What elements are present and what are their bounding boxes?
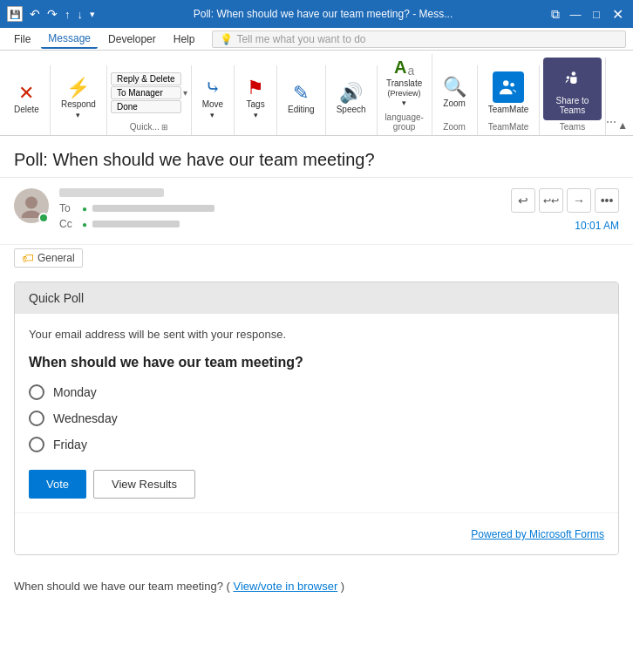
restore-icon[interactable]: ⧉ bbox=[551, 7, 560, 22]
online-badge bbox=[38, 213, 49, 223]
vote-button[interactable]: Vote bbox=[29, 470, 86, 499]
radio-wednesday[interactable] bbox=[29, 411, 44, 426]
down-icon[interactable]: ↓ bbox=[78, 8, 84, 21]
forward-button[interactable]: → bbox=[567, 188, 591, 213]
forward-icon: → bbox=[573, 193, 585, 207]
delete-label: Delete bbox=[14, 105, 39, 114]
email-tag-row: 🏷 General bbox=[0, 245, 633, 275]
quick-step-1[interactable]: Reply & Delete bbox=[111, 72, 181, 85]
save-icon[interactable]: 💾 bbox=[7, 6, 23, 22]
poll-option-friday[interactable]: Friday bbox=[29, 437, 604, 452]
move-dropdown[interactable]: ▾ bbox=[210, 111, 214, 119]
ms-forms-link[interactable]: Powered by Microsoft Forms bbox=[471, 528, 604, 540]
ribbon-group-zoom: 🔍 Zoom Zoom bbox=[432, 65, 478, 135]
ribbon-group-delete-items: ✕ Delete bbox=[7, 65, 46, 132]
move-button[interactable]: ⤷ Move ▾ bbox=[195, 75, 230, 123]
teammate-label: TeamMate bbox=[488, 105, 529, 114]
quick-steps-label: Quick... ⊞ bbox=[111, 120, 187, 132]
minimize-button[interactable]: — bbox=[567, 5, 584, 23]
titlebar: 💾 ↶ ↷ ↑ ↓ ▾ Poll: When should we have ou… bbox=[0, 0, 633, 28]
email-time: 10:01 AM bbox=[575, 220, 619, 232]
quick-step-3[interactable]: Done bbox=[111, 100, 181, 113]
poll-option-monday[interactable]: Monday bbox=[29, 384, 604, 400]
up-icon[interactable]: ↑ bbox=[65, 8, 71, 21]
ribbon-group-editing: ✎ Editing bbox=[277, 65, 326, 135]
ribbon-group-tags-items: ⚑ Tags ▾ bbox=[238, 65, 273, 132]
titlebar-controls: ⧉ — □ ✕ bbox=[551, 5, 626, 23]
tag-icon: 🏷 bbox=[22, 251, 34, 265]
close-button[interactable]: ✕ bbox=[609, 5, 626, 23]
menu-developer[interactable]: Developer bbox=[101, 31, 163, 48]
poll-card: Quick Poll Your email address will be se… bbox=[14, 282, 619, 555]
ribbon-group-respond: ⚡ Respond ▾ bbox=[51, 65, 107, 135]
ribbon-group-delete: ✕ Delete bbox=[3, 65, 51, 135]
quick-steps-list: Reply & Delete To Manager Done bbox=[111, 72, 181, 113]
speech-button[interactable]: 🔊 Speech bbox=[330, 80, 373, 118]
undo-icon[interactable]: ↶ bbox=[30, 7, 40, 21]
editing-label: Editing bbox=[288, 105, 315, 114]
svg-point-3 bbox=[25, 197, 37, 209]
option-wednesday-label: Wednesday bbox=[53, 411, 118, 425]
svg-point-1 bbox=[510, 83, 514, 87]
zoom-icon: 🔍 bbox=[443, 78, 466, 97]
editing-button[interactable]: ✎ Editing bbox=[281, 80, 322, 118]
teammate-button[interactable]: TeamMate bbox=[481, 68, 536, 118]
ribbon-overflow[interactable]: ⋯ bbox=[606, 116, 616, 135]
teams-group-label: Teams bbox=[543, 120, 601, 132]
redo-icon[interactable]: ↷ bbox=[47, 7, 58, 21]
translate-small-a: a bbox=[407, 64, 414, 78]
quick-steps-more[interactable]: ▾ bbox=[183, 88, 187, 98]
teammate-group-label: TeamMate bbox=[481, 120, 536, 132]
poll-option-wednesday[interactable]: Wednesday bbox=[29, 411, 604, 426]
general-tag[interactable]: 🏷 General bbox=[14, 248, 83, 268]
translate-button[interactable]: A a Translate(Preview) ▾ bbox=[383, 54, 425, 111]
view-in-browser-link[interactable]: View/vote in browser bbox=[234, 580, 338, 593]
teams-label: Share to Teams bbox=[550, 96, 594, 115]
email-header: To ● Cc ● ↩ ↩↩ bbox=[0, 178, 633, 245]
menu-file[interactable]: File bbox=[7, 31, 37, 48]
menu-help[interactable]: Help bbox=[167, 31, 202, 48]
ribbon-collapse[interactable]: ▲ bbox=[616, 119, 630, 135]
quick-steps-expand[interactable]: ⊞ bbox=[161, 123, 168, 132]
collapse-icon: ▲ bbox=[617, 119, 628, 132]
ribbon-group-quicksteps-items: Reply & Delete To Manager Done ▾ bbox=[111, 65, 187, 120]
zoom-label: Zoom bbox=[443, 98, 466, 108]
reply-all-button[interactable]: ↩↩ bbox=[539, 188, 563, 213]
tags-dropdown[interactable]: ▾ bbox=[254, 111, 258, 119]
teams-icon bbox=[556, 63, 588, 94]
cc-row: Cc ● bbox=[59, 218, 500, 230]
maximize-button[interactable]: □ bbox=[588, 5, 605, 23]
tags-button[interactable]: ⚑ Tags ▾ bbox=[238, 75, 273, 123]
share-to-teams-button[interactable]: Share to Teams bbox=[543, 58, 601, 120]
cc-bar bbox=[92, 221, 180, 227]
poll-body: Your email address will be sent with you… bbox=[15, 314, 618, 512]
quick-step-2[interactable]: To Manager bbox=[111, 86, 181, 99]
poll-header: Quick Poll bbox=[15, 282, 618, 314]
zoom-button[interactable]: 🔍 Zoom bbox=[436, 74, 473, 112]
menu-message[interactable]: Message bbox=[41, 30, 98, 49]
reply-button[interactable]: ↩ bbox=[511, 188, 535, 213]
cc-dot: ● bbox=[82, 220, 87, 229]
to-bar bbox=[92, 205, 214, 212]
tag-label: General bbox=[37, 252, 75, 264]
avatar bbox=[14, 188, 49, 223]
translate-dropdown[interactable]: ▾ bbox=[402, 98, 406, 107]
search-box[interactable]: 💡 Tell me what you want to do bbox=[212, 31, 626, 48]
window-title: Poll: When should we have our team meeti… bbox=[95, 8, 551, 20]
footer-paren-open: ( bbox=[227, 580, 230, 593]
respond-dropdown[interactable]: ▾ bbox=[76, 111, 80, 119]
teammate-icon bbox=[493, 71, 524, 103]
delete-button[interactable]: ✕ Delete bbox=[7, 78, 46, 119]
ribbon: ✕ Delete ⚡ Respond ▾ bbox=[0, 51, 633, 136]
email-actions-container: ↩ ↩↩ → ••• 10:01 AM bbox=[511, 188, 619, 232]
ribbon-group-language-items: A a Translate(Preview) ▾ bbox=[381, 54, 428, 111]
radio-monday[interactable] bbox=[29, 384, 44, 400]
speech-label: Speech bbox=[337, 105, 366, 114]
respond-button[interactable]: ⚡ Respond ▾ bbox=[54, 75, 103, 123]
ribbon-row: ✕ Delete ⚡ Respond ▾ bbox=[0, 51, 633, 136]
poll-footer: Powered by Microsoft Forms bbox=[15, 512, 618, 554]
radio-friday[interactable] bbox=[29, 437, 44, 452]
view-results-button[interactable]: View Results bbox=[93, 470, 195, 499]
ribbon-group-teams-items: Share to Teams bbox=[543, 58, 601, 120]
more-actions-button[interactable]: ••• bbox=[595, 188, 619, 213]
